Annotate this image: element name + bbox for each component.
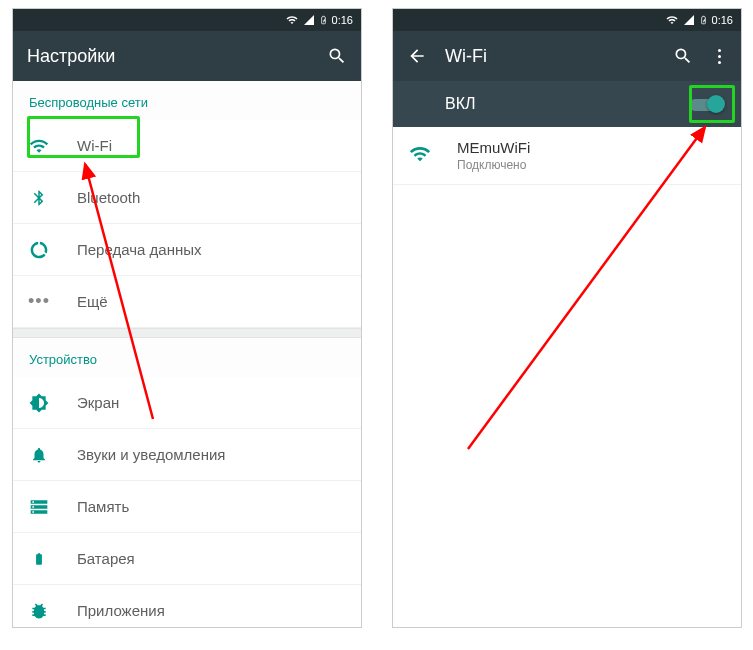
back-icon[interactable] (407, 46, 427, 66)
apps-icon (29, 601, 49, 621)
section-device: Устройство (13, 338, 361, 377)
item-label: Передача данных (77, 241, 202, 258)
item-label: Память (77, 498, 129, 515)
appbar: Wi-Fi (393, 31, 741, 81)
item-label: Батарея (77, 550, 135, 567)
item-label: Bluetooth (77, 189, 140, 206)
section-gap (13, 328, 361, 338)
settings-screen: 0:16 Настройки Беспроводные сети Wi-Fi B… (12, 8, 362, 628)
item-apps[interactable]: Приложения (13, 585, 361, 628)
item-label: Приложения (77, 602, 165, 619)
memory-icon (29, 497, 49, 517)
item-label: Ещё (77, 293, 108, 310)
item-bluetooth[interactable]: Bluetooth (13, 172, 361, 224)
wifi-toggle[interactable] (689, 94, 723, 114)
signal-icon (683, 14, 695, 26)
battery-icon (29, 549, 49, 569)
wifi-icon (29, 136, 49, 156)
bluetooth-icon (29, 188, 49, 208)
status-bar: 0:16 (393, 9, 741, 31)
wifi-status-icon (665, 14, 679, 26)
display-icon (29, 393, 49, 413)
item-label: Экран (77, 394, 119, 411)
status-bar: 0:16 (13, 9, 361, 31)
battery-icon (699, 13, 708, 27)
wifi-screen: 0:16 Wi-Fi ВКЛ MEmuWiFi Подключено (392, 8, 742, 628)
wireless-list: Wi-Fi Bluetooth Передача данных ••• Ещё (13, 120, 361, 328)
item-data-usage[interactable]: Передача данных (13, 224, 361, 276)
toggle-label: ВКЛ (445, 95, 689, 113)
wifi-network-item[interactable]: MEmuWiFi Подключено (393, 127, 741, 185)
item-label: Звуки и уведомления (77, 446, 225, 463)
search-icon[interactable] (327, 46, 347, 66)
page-title: Wi-Fi (445, 46, 655, 67)
battery-icon (319, 13, 328, 27)
item-label: Wi-Fi (77, 137, 112, 154)
item-more[interactable]: ••• Ещё (13, 276, 361, 328)
more-icon: ••• (29, 292, 49, 312)
status-time: 0:16 (332, 14, 353, 26)
signal-icon (303, 14, 315, 26)
status-time: 0:16 (712, 14, 733, 26)
wifi-icon (409, 143, 431, 169)
bell-icon (29, 445, 49, 465)
item-memory[interactable]: Память (13, 481, 361, 533)
section-wireless: Беспроводные сети (13, 81, 361, 120)
page-title: Настройки (27, 46, 309, 67)
search-icon[interactable] (673, 46, 693, 66)
network-name: MEmuWiFi (457, 139, 530, 156)
overflow-menu-icon[interactable] (711, 46, 727, 66)
item-wifi[interactable]: Wi-Fi (13, 120, 361, 172)
network-status: Подключено (457, 158, 530, 172)
appbar: Настройки (13, 31, 361, 81)
item-display[interactable]: Экран (13, 377, 361, 429)
item-sound[interactable]: Звуки и уведомления (13, 429, 361, 481)
wifi-toggle-bar: ВКЛ (393, 81, 741, 127)
data-usage-icon (29, 240, 49, 260)
wifi-status-icon (285, 14, 299, 26)
device-list: Экран Звуки и уведомления Память Батарея… (13, 377, 361, 628)
item-battery[interactable]: Батарея (13, 533, 361, 585)
